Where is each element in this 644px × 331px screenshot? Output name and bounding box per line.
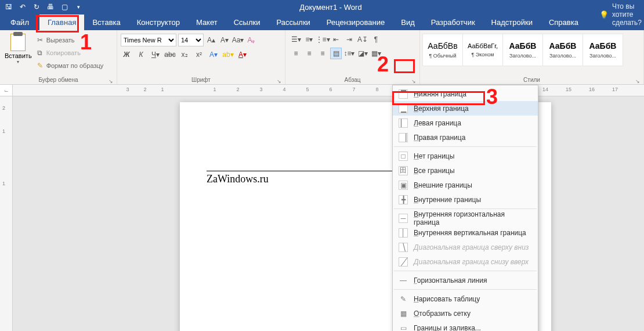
- tab-design[interactable]: Конструктор: [129, 15, 188, 30]
- menu-item-label: Отобразить сетку: [414, 310, 471, 318]
- tab-layout[interactable]: Макет: [188, 15, 226, 30]
- justify-icon[interactable]: ▤: [330, 48, 342, 59]
- clipboard-launcher-icon[interactable]: ↘: [108, 78, 113, 84]
- font-color-icon[interactable]: A▾: [237, 49, 248, 60]
- styles-launcher-icon[interactable]: ↘: [635, 78, 640, 84]
- border-grid-icon: ▦: [399, 309, 408, 318]
- menu-item-outside[interactable]: ▣Внешние границы: [393, 178, 538, 192]
- style-sample: АаБбВ: [589, 41, 617, 51]
- menu-item-left[interactable]: ▏Левая граница: [393, 116, 538, 130]
- style-name: ¶ Обычный: [424, 53, 461, 59]
- tellme-search[interactable]: 💡 Что вы хотите сделать?: [592, 0, 644, 30]
- menu-separator: [394, 146, 537, 147]
- font-launcher-icon[interactable]: ↘: [277, 78, 281, 84]
- tab-help[interactable]: Справка: [541, 15, 587, 30]
- menu-item-top[interactable]: ▁Верхняя граница: [393, 101, 538, 116]
- style-card-4[interactable]: АаБбВЗаголово...: [583, 34, 623, 66]
- bullets-icon[interactable]: ☰▾: [290, 34, 302, 45]
- newdoc-icon[interactable]: ▢: [59, 2, 70, 12]
- text-effects-icon[interactable]: A▾: [208, 49, 219, 60]
- change-case-icon[interactable]: Aa▾: [232, 34, 244, 46]
- copy-button[interactable]: ⧉ Копировать: [34, 46, 105, 59]
- shading-icon[interactable]: ◪▾: [357, 48, 368, 59]
- paragraph-launcher-icon[interactable]: ↘: [411, 78, 416, 84]
- border-all-icon: 田: [399, 166, 408, 175]
- brush-icon: ✎: [35, 62, 45, 70]
- menu-item-ddown: ╲Диагональная граница сверху вниз: [393, 240, 538, 254]
- align-right-icon[interactable]: ≡: [317, 48, 328, 59]
- tellme-label: Что вы хотите сделать?: [612, 2, 642, 27]
- subscript-icon[interactable]: x₂: [179, 49, 190, 60]
- inc-indent-icon[interactable]: ⇥: [343, 34, 355, 45]
- strike-icon[interactable]: abc: [164, 49, 176, 60]
- tab-view[interactable]: Вид: [393, 15, 423, 30]
- cut-button[interactable]: ✂ Вырезать: [34, 34, 105, 46]
- tab-developer[interactable]: Разработчик: [423, 15, 483, 30]
- hruler-tick: 2: [236, 87, 239, 92]
- menu-item-inside[interactable]: ╋Внутренние границы: [393, 192, 538, 207]
- group-label-styles: Стили: [523, 77, 540, 83]
- vertical-ruler[interactable]: 211: [0, 96, 13, 331]
- horizontal-ruler[interactable]: 3211234567814151617: [13, 85, 644, 96]
- style-card-2[interactable]: АаБбВЗаголово...: [502, 34, 543, 66]
- grow-font-icon[interactable]: A▴: [205, 34, 217, 46]
- border-iv-icon: │: [399, 228, 408, 238]
- align-left-icon[interactable]: ≡: [290, 48, 302, 59]
- font-size-select[interactable]: 14: [178, 34, 204, 46]
- scissors-icon: ✂: [35, 36, 45, 44]
- dec-indent-icon[interactable]: ⇤: [330, 34, 342, 45]
- underline-icon[interactable]: Ч▾: [150, 49, 161, 60]
- tab-review[interactable]: Рецензирование: [319, 15, 393, 30]
- menu-item-bottom[interactable]: ▔Нижняя граница: [393, 87, 538, 101]
- highlight-icon[interactable]: ab▾: [222, 49, 234, 60]
- menu-item-draw[interactable]: ✎Нарисовать таблицу: [393, 292, 538, 306]
- bold-icon[interactable]: Ж: [121, 49, 132, 60]
- menu-item-ih[interactable]: ─Внутренняя горизонтальная граница: [393, 211, 538, 225]
- menu-item-label: Внутренние границы: [414, 196, 481, 204]
- menu-item-none[interactable]: □Нет границы: [393, 149, 538, 163]
- line-spacing-icon[interactable]: ↕≡▾: [343, 48, 355, 59]
- tab-addins[interactable]: Надстройки: [483, 15, 541, 30]
- undo-icon[interactable]: ↶: [17, 2, 28, 12]
- clear-format-icon[interactable]: Aᵩ: [245, 34, 257, 46]
- tab-mailings[interactable]: Рассылки: [268, 15, 318, 30]
- showmarks-icon[interactable]: ¶: [370, 34, 382, 45]
- qat-more-icon[interactable]: ▾: [73, 2, 84, 12]
- style-card-3[interactable]: АаБбВЗаголово...: [542, 34, 583, 66]
- tab-home[interactable]: Главная: [39, 15, 84, 30]
- superscript-icon[interactable]: x²: [193, 49, 205, 60]
- format-painter-button[interactable]: ✎ Формат по образцу: [34, 59, 105, 72]
- menu-item-hline[interactable]: —Горизонтальная линия: [393, 273, 538, 287]
- italic-icon[interactable]: К: [135, 49, 147, 60]
- menu-separator: [394, 271, 537, 271]
- sort-icon[interactable]: A↧: [357, 34, 368, 45]
- hruler-tick: 8: [375, 87, 378, 92]
- menu-item-iv[interactable]: │Внутренняя вертикальная граница: [393, 225, 538, 240]
- border-outside-icon: ▣: [399, 181, 408, 190]
- font-name-select[interactable]: Times New R: [121, 34, 176, 46]
- borders-icon[interactable]: ▦▾: [370, 48, 382, 59]
- menu-item-grid[interactable]: ▦Отобразить сетку: [393, 306, 538, 321]
- hruler-tick: 3: [126, 87, 129, 92]
- shrink-font-icon[interactable]: A▾: [219, 34, 230, 46]
- style-card-0[interactable]: АаБбВв¶ Обычный: [422, 34, 463, 66]
- quickprint-icon[interactable]: 🖶: [45, 2, 56, 12]
- group-label-font: Шрифт: [191, 77, 211, 83]
- menu-item-right[interactable]: ▕Правая граница: [393, 130, 538, 145]
- save-icon[interactable]: 🖫: [3, 2, 14, 12]
- group-label-clipboard: Буфер обмена: [39, 77, 78, 83]
- multilevel-icon[interactable]: ⋮≡▾: [317, 34, 328, 45]
- align-center-icon[interactable]: ≡: [303, 48, 315, 59]
- border-ih-icon: ─: [399, 214, 408, 223]
- tab-references[interactable]: Ссылки: [226, 15, 269, 30]
- vruler-tick: 1: [2, 181, 5, 186]
- numbering-icon[interactable]: ≡▾: [303, 34, 315, 45]
- style-card-1[interactable]: АаБбВвГг,¶ Эконом: [462, 34, 503, 66]
- group-label-paragraph: Абзац: [344, 77, 360, 83]
- tab-insert[interactable]: Вставка: [84, 15, 128, 30]
- menu-item-dlg[interactable]: ▭Границы и заливка...: [393, 321, 538, 331]
- redo-icon[interactable]: ↻: [31, 2, 42, 12]
- paste-button[interactable]: Вставить ▾: [2, 31, 34, 75]
- menu-item-all[interactable]: 田Все границы: [393, 163, 538, 178]
- tab-file[interactable]: Файл: [0, 15, 39, 30]
